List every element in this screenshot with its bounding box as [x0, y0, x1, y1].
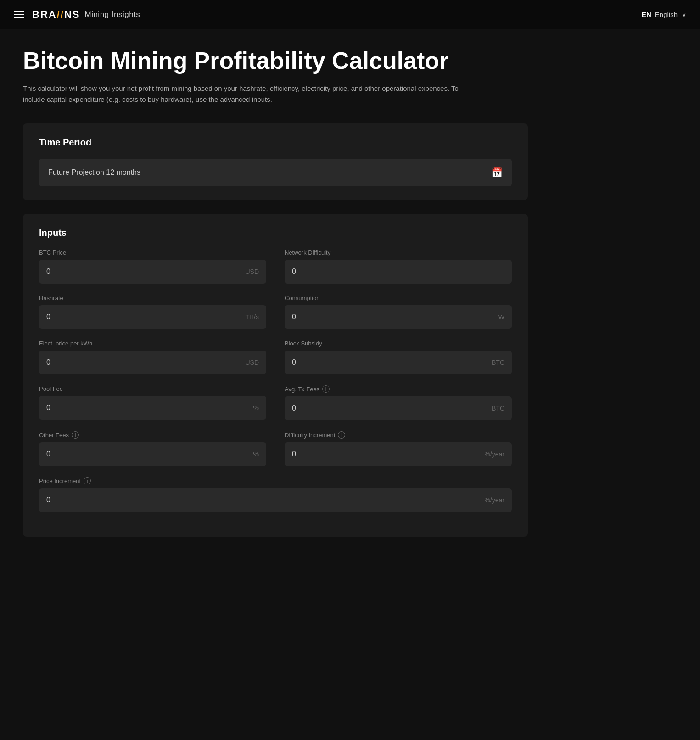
input-avg-tx-fees[interactable] — [292, 404, 488, 412]
input-wrapper-pool-fee: % — [39, 396, 266, 420]
label-avg-tx-fees: Avg. Tx Fees i — [285, 385, 512, 393]
input-block-subsidy[interactable] — [292, 358, 488, 367]
input-wrapper-avg-tx-fees: BTC — [285, 396, 512, 420]
input-group-block-subsidy: Block Subsidy BTC — [285, 340, 512, 374]
unit-block-subsidy: BTC — [492, 359, 504, 366]
input-group-hashrate: Hashrate TH/s — [39, 295, 266, 329]
label-other-fees: Other Fees i — [39, 431, 266, 439]
navbar-left: BRA//NS Mining Insights — [14, 9, 140, 21]
inputs-grid: BTC Price USD Network Difficulty Hashrat… — [39, 249, 512, 523]
input-wrapper-network-difficulty — [285, 260, 512, 284]
label-network-difficulty: Network Difficulty — [285, 249, 512, 256]
input-group-btc-price: BTC Price USD — [39, 249, 266, 284]
input-hashrate[interactable] — [46, 313, 241, 321]
brand-subtitle: Mining Insights — [84, 10, 140, 19]
label-block-subsidy: Block Subsidy — [285, 340, 512, 347]
time-period-card: Time Period Future Projection 12 months … — [23, 123, 528, 200]
label-elect-price: Elect. price per kWh — [39, 340, 266, 347]
input-wrapper-other-fees: % — [39, 442, 266, 466]
label-consumption: Consumption — [285, 295, 512, 301]
unit-elect-price: USD — [245, 359, 259, 366]
input-wrapper-consumption: W — [285, 305, 512, 329]
input-elect-price[interactable] — [46, 358, 241, 367]
input-wrapper-block-subsidy: BTC — [285, 351, 512, 374]
input-consumption[interactable] — [292, 313, 495, 321]
navbar: BRA//NS Mining Insights EN English ∨ — [0, 0, 700, 29]
unit-difficulty-increment: %/year — [484, 451, 504, 458]
info-icon-price-increment[interactable]: i — [84, 477, 91, 484]
inputs-card: Inputs BTC Price USD Network Difficulty … — [23, 214, 528, 537]
unit-consumption: W — [498, 313, 504, 321]
brand-logo: BRA//NS — [32, 9, 80, 21]
page-description: This calculator will show you your net p… — [23, 83, 482, 105]
input-wrapper-price-increment: %/year — [39, 488, 512, 512]
info-icon-difficulty-increment[interactable]: i — [338, 431, 345, 439]
language-code: EN — [642, 11, 651, 18]
unit-pool-fee: % — [253, 404, 259, 412]
inputs-section-title: Inputs — [39, 228, 512, 238]
input-group-consumption: Consumption W — [285, 295, 512, 329]
time-period-value: Future Projection 12 months — [48, 168, 140, 177]
unit-hashrate: TH/s — [245, 313, 259, 321]
language-selector[interactable]: EN English ∨ — [642, 11, 686, 18]
unit-other-fees: % — [253, 451, 259, 458]
input-wrapper-btc-price: USD — [39, 260, 266, 284]
hamburger-menu-button[interactable] — [14, 11, 24, 18]
input-group-price-increment: Price Increment i %/year — [39, 477, 512, 512]
brand-logo-area: BRA//NS Mining Insights — [32, 9, 140, 21]
info-icon-other-fees[interactable]: i — [72, 431, 79, 439]
calendar-icon: 📅 — [491, 167, 503, 178]
input-group-difficulty-increment: Difficulty Increment i %/year — [285, 431, 512, 466]
input-price-increment[interactable] — [46, 496, 481, 504]
label-hashrate: Hashrate — [39, 295, 266, 301]
input-other-fees[interactable] — [46, 450, 250, 458]
time-period-selector[interactable]: Future Projection 12 months 📅 — [39, 159, 512, 186]
info-icon-avg-tx-fees[interactable]: i — [322, 385, 330, 393]
unit-btc-price: USD — [245, 268, 259, 275]
label-btc-price: BTC Price — [39, 249, 266, 256]
language-label: English — [655, 11, 678, 18]
label-difficulty-increment: Difficulty Increment i — [285, 431, 512, 439]
input-group-other-fees: Other Fees i % — [39, 431, 266, 466]
time-period-section-title: Time Period — [39, 137, 512, 148]
input-wrapper-hashrate: TH/s — [39, 305, 266, 329]
main-content: Bitcoin Mining Profitability Calculator … — [0, 29, 551, 569]
unit-price-increment: %/year — [484, 496, 504, 504]
input-group-elect-price: Elect. price per kWh USD — [39, 340, 266, 374]
unit-avg-tx-fees: BTC — [492, 405, 504, 412]
label-price-increment: Price Increment i — [39, 477, 512, 484]
input-network-difficulty[interactable] — [292, 267, 504, 276]
chevron-down-icon: ∨ — [682, 11, 686, 18]
input-group-network-difficulty: Network Difficulty — [285, 249, 512, 284]
input-difficulty-increment[interactable] — [292, 450, 481, 458]
input-btc-price[interactable] — [46, 267, 241, 276]
input-wrapper-difficulty-increment: %/year — [285, 442, 512, 466]
input-group-avg-tx-fees: Avg. Tx Fees i BTC — [285, 385, 512, 420]
page-title: Bitcoin Mining Profitability Calculator — [23, 48, 528, 74]
input-pool-fee[interactable] — [46, 404, 250, 412]
label-pool-fee: Pool Fee — [39, 385, 266, 392]
input-wrapper-elect-price: USD — [39, 351, 266, 374]
input-group-pool-fee: Pool Fee % — [39, 385, 266, 420]
